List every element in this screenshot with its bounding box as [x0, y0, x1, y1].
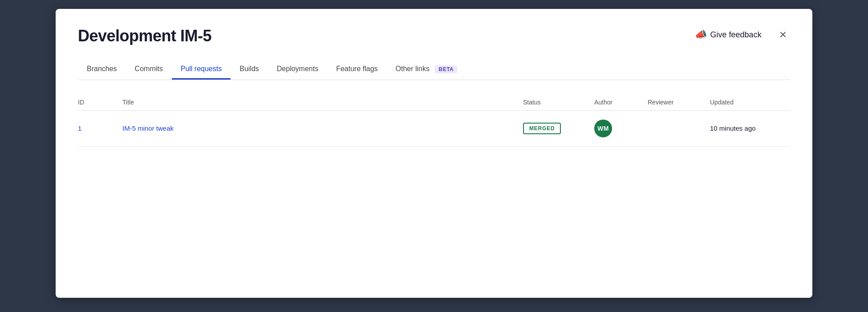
cell-id: 1 [78, 110, 122, 146]
tab-commits[interactable]: Commits [126, 60, 172, 80]
page-title: Development IM-5 [78, 27, 211, 45]
avatar: WM [594, 120, 612, 137]
col-header-author: Author [594, 94, 648, 111]
updated-timestamp: 10 minutes ago [710, 124, 756, 132]
tab-builds[interactable]: Builds [231, 60, 268, 80]
tabs-bar: Branches Commits Pull requests Builds De… [78, 60, 790, 80]
table-header-row: ID Title Status Author Reviewer Updated [78, 94, 790, 111]
cell-status: MERGED [523, 110, 594, 146]
pull-requests-table: ID Title Status Author Reviewer Updated … [78, 94, 790, 147]
modal-overlay: Development IM-5 📣 Give feedback × Branc… [0, 0, 868, 312]
give-feedback-label: Give feedback [710, 30, 762, 40]
col-header-updated: Updated [710, 94, 790, 111]
col-header-status: Status [523, 94, 594, 111]
tab-other-links[interactable]: Other links BETA [387, 60, 466, 80]
table-row: 1 IM-5 minor tweak MERGED WM 10 minutes … [78, 110, 790, 146]
tab-pull-requests[interactable]: Pull requests [172, 60, 231, 80]
give-feedback-button[interactable]: 📣 Give feedback [691, 27, 765, 42]
cell-author: WM [594, 110, 648, 146]
tab-feature-flags[interactable]: Feature flags [327, 60, 386, 80]
cell-updated: 10 minutes ago [710, 110, 790, 146]
col-header-id: ID [78, 94, 122, 111]
cell-reviewer [648, 110, 710, 146]
close-button[interactable]: × [776, 27, 790, 43]
modal-header: Development IM-5 📣 Give feedback × [78, 27, 790, 45]
pr-title-link[interactable]: IM-5 minor tweak [122, 124, 174, 132]
modal-container: Development IM-5 📣 Give feedback × Branc… [56, 9, 812, 298]
status-badge: MERGED [523, 123, 561, 134]
pr-id-link[interactable]: 1 [78, 124, 81, 132]
tab-branches[interactable]: Branches [78, 60, 126, 80]
col-header-title: Title [122, 94, 523, 111]
cell-title: IM-5 minor tweak [122, 110, 523, 146]
col-header-reviewer: Reviewer [648, 94, 710, 111]
beta-badge: BETA [435, 65, 457, 73]
header-actions: 📣 Give feedback × [691, 27, 790, 43]
megaphone-icon: 📣 [695, 29, 707, 40]
tab-deployments[interactable]: Deployments [268, 60, 327, 80]
